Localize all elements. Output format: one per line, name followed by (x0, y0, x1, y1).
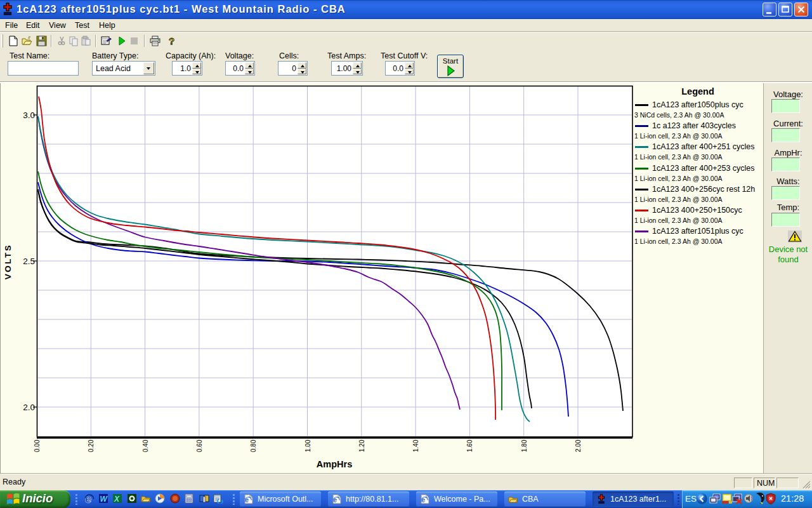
svg-text:3.0: 3.0 (23, 110, 35, 120)
svg-text:?: ? (169, 36, 174, 46)
svg-text:0.40: 0.40 (142, 439, 149, 452)
svg-text:AmpHrs: AmpHrs (317, 459, 352, 469)
svg-text:2.0: 2.0 (23, 403, 35, 412)
svg-text:0.00: 0.00 (34, 439, 41, 452)
svg-text:W: W (100, 495, 108, 504)
svg-text:1.60: 1.60 (466, 439, 473, 452)
svg-text:0.60: 0.60 (196, 439, 203, 452)
svg-text:0.20: 0.20 (88, 439, 95, 452)
svg-text:1.40: 1.40 (412, 439, 419, 452)
svg-text:1.00: 1.00 (304, 439, 311, 452)
svg-text:1.80: 1.80 (521, 439, 528, 452)
svg-text:2.00: 2.00 (575, 439, 582, 452)
svg-text:0.80: 0.80 (250, 439, 257, 452)
svg-text:VOLTS: VOLTS (3, 244, 13, 280)
svg-text:X: X (114, 495, 120, 504)
svg-text:2.5: 2.5 (23, 257, 35, 266)
svg-text:1.20: 1.20 (358, 439, 365, 452)
